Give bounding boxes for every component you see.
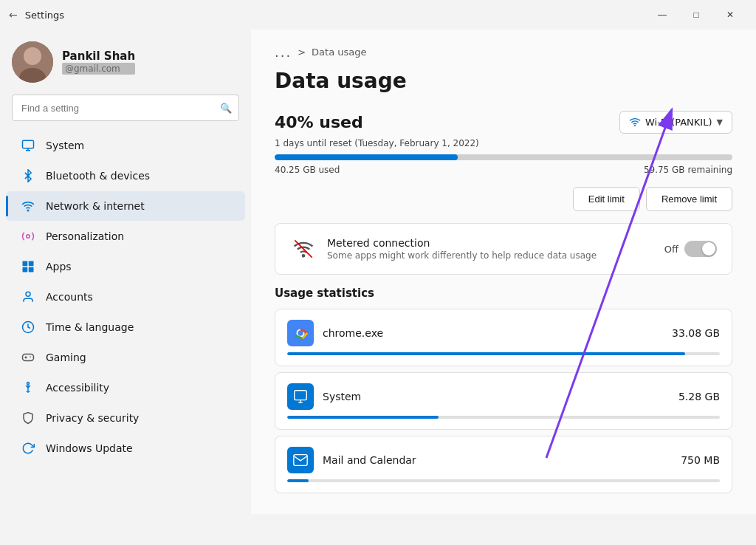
sidebar-item-personalization[interactable]: Personalization bbox=[6, 222, 245, 251]
app-size-chrome: 33.08 GB bbox=[672, 327, 720, 339]
search-input[interactable] bbox=[12, 95, 239, 121]
buttons-row: Edit limit Remove limit bbox=[275, 187, 732, 211]
sidebar-item-network[interactable]: Network & internet bbox=[6, 191, 245, 221]
user-profile[interactable]: Pankil Shah @gmail.com bbox=[0, 30, 251, 92]
sidebar-item-update-label: Windows Update bbox=[46, 442, 133, 454]
sidebar-item-apps[interactable]: Apps bbox=[6, 252, 245, 281]
window-controls: — □ ✕ bbox=[645, 3, 747, 27]
sidebar-item-network-label: Network & internet bbox=[46, 200, 145, 212]
metered-connection-card: Metered connection Some apps might work … bbox=[275, 223, 732, 275]
close-button[interactable]: ✕ bbox=[713, 3, 747, 27]
system-bar-fill bbox=[287, 416, 439, 419]
maximize-button[interactable]: □ bbox=[679, 3, 713, 27]
wifi-label: Wi-Fi (PANKIL) bbox=[645, 117, 712, 128]
sidebar-item-update[interactable]: Windows Update bbox=[6, 433, 245, 463]
personalization-icon bbox=[21, 229, 35, 244]
toggle-knob bbox=[702, 242, 715, 256]
sidebar-item-gaming[interactable]: Gaming bbox=[6, 343, 245, 372]
app-title: Settings bbox=[25, 10, 64, 21]
sidebar-item-accounts-label: Accounts bbox=[46, 291, 93, 303]
svg-rect-3 bbox=[23, 140, 34, 148]
accounts-icon bbox=[21, 289, 35, 304]
svg-point-13 bbox=[27, 383, 30, 385]
user-info: Pankil Shah @gmail.com bbox=[62, 49, 135, 75]
app-body: Pankil Shah @gmail.com 🔍 System bbox=[0, 30, 756, 545]
sidebar-item-personalization-label: Personalization bbox=[46, 230, 124, 242]
chevron-down-icon: ▼ bbox=[717, 117, 723, 127]
back-icon[interactable]: ← bbox=[9, 9, 18, 21]
gaming-icon bbox=[21, 350, 35, 365]
privacy-icon bbox=[21, 411, 35, 425]
sidebar-item-gaming-label: Gaming bbox=[46, 352, 86, 363]
user-email: @gmail.com bbox=[62, 63, 135, 75]
sidebar-item-system-label: System bbox=[46, 140, 84, 151]
sidebar-item-apps-label: Apps bbox=[46, 261, 72, 272]
svg-point-5 bbox=[27, 235, 30, 239]
svg-rect-7 bbox=[29, 261, 34, 267]
page-title: Data usage bbox=[275, 69, 732, 93]
app-name-system: System bbox=[323, 391, 361, 402]
app-usage-mail[interactable]: Mail and Calendar 750 MB bbox=[275, 436, 732, 493]
apps-icon bbox=[21, 259, 35, 274]
metered-icon bbox=[290, 236, 317, 262]
sidebar-item-time[interactable]: Time & language bbox=[6, 312, 245, 342]
avatar bbox=[12, 41, 53, 83]
bluetooth-icon bbox=[21, 168, 35, 183]
metered-title: Metered connection bbox=[327, 237, 654, 249]
svg-rect-6 bbox=[23, 261, 28, 267]
mail-icon bbox=[287, 447, 314, 473]
app-usage-chrome[interactable]: chrome.exe 33.08 GB bbox=[275, 309, 732, 366]
app-usage-header-chrome: chrome.exe 33.08 GB bbox=[287, 320, 720, 346]
title-bar: ← Settings — □ ✕ bbox=[0, 0, 756, 30]
svg-point-17 bbox=[303, 255, 304, 256]
app-usage-header-system: System 5.28 GB bbox=[287, 383, 720, 410]
toggle-label: Off bbox=[664, 244, 678, 255]
usage-header: 40% used Wi-Fi (PANKIL) ▼ bbox=[275, 111, 732, 134]
svg-point-16 bbox=[634, 126, 635, 126]
breadcrumb-dots[interactable]: ... bbox=[275, 44, 292, 60]
breadcrumb-sep: > bbox=[298, 47, 306, 58]
app-name-chrome: chrome.exe bbox=[323, 327, 383, 339]
reset-info: 1 days until reset (Tuesday, February 1,… bbox=[275, 138, 732, 148]
mail-bar-bg bbox=[287, 479, 720, 482]
svg-rect-12 bbox=[23, 354, 34, 361]
sidebar-item-privacy[interactable]: Privacy & security bbox=[6, 403, 245, 433]
minimize-button[interactable]: — bbox=[645, 3, 679, 27]
main-content: ... > Data usage Data usage 40% used bbox=[251, 30, 756, 514]
app-size-system: 5.28 GB bbox=[678, 391, 720, 402]
metered-text: Metered connection Some apps might work … bbox=[327, 237, 654, 261]
wifi-icon bbox=[629, 116, 641, 128]
accessibility-icon bbox=[21, 380, 35, 395]
app-usage-header-mail: Mail and Calendar 750 MB bbox=[287, 447, 720, 473]
remaining-amount: 59.75 GB remaining bbox=[644, 165, 732, 175]
metered-toggle[interactable] bbox=[684, 241, 717, 257]
app-usage-system[interactable]: System 5.28 GB bbox=[275, 372, 732, 430]
sidebar-item-system[interactable]: System bbox=[6, 131, 245, 160]
edit-limit-button[interactable]: Edit limit bbox=[573, 187, 640, 211]
sidebar-item-accounts[interactable]: Accounts bbox=[6, 282, 245, 312]
usage-percent: 40% used bbox=[275, 113, 363, 131]
chrome-bar-bg bbox=[287, 352, 720, 355]
used-amount: 40.25 GB used bbox=[275, 165, 340, 175]
wifi-selector[interactable]: Wi-Fi (PANKIL) ▼ bbox=[619, 111, 732, 134]
main-wrapper: ... > Data usage Data usage 40% used bbox=[251, 30, 756, 545]
remove-limit-button[interactable]: Remove limit bbox=[646, 187, 732, 211]
sidebar: Pankil Shah @gmail.com 🔍 System bbox=[0, 30, 251, 545]
system-app-icon bbox=[287, 383, 314, 410]
sidebar-item-accessibility[interactable]: Accessibility bbox=[6, 373, 245, 402]
chrome-icon bbox=[287, 320, 314, 346]
app-name-mail: Mail and Calendar bbox=[323, 454, 416, 466]
sidebar-item-bluetooth[interactable]: Bluetooth & devices bbox=[6, 161, 245, 191]
svg-rect-22 bbox=[295, 391, 307, 400]
usage-statistics-title: Usage statistics bbox=[275, 287, 732, 300]
metered-desc: Some apps might work differently to help… bbox=[327, 250, 654, 261]
sidebar-item-privacy-label: Privacy & security bbox=[46, 412, 139, 424]
search-icon: 🔍 bbox=[220, 103, 232, 114]
toggle-wrap: Off bbox=[664, 241, 717, 257]
breadcrumb: ... > Data usage bbox=[275, 44, 732, 60]
svg-rect-9 bbox=[29, 267, 34, 272]
app-name-size-mail: Mail and Calendar 750 MB bbox=[323, 454, 720, 466]
usage-progress-bar bbox=[275, 154, 732, 160]
update-icon bbox=[21, 441, 35, 456]
sidebar-item-time-label: Time & language bbox=[46, 321, 134, 333]
